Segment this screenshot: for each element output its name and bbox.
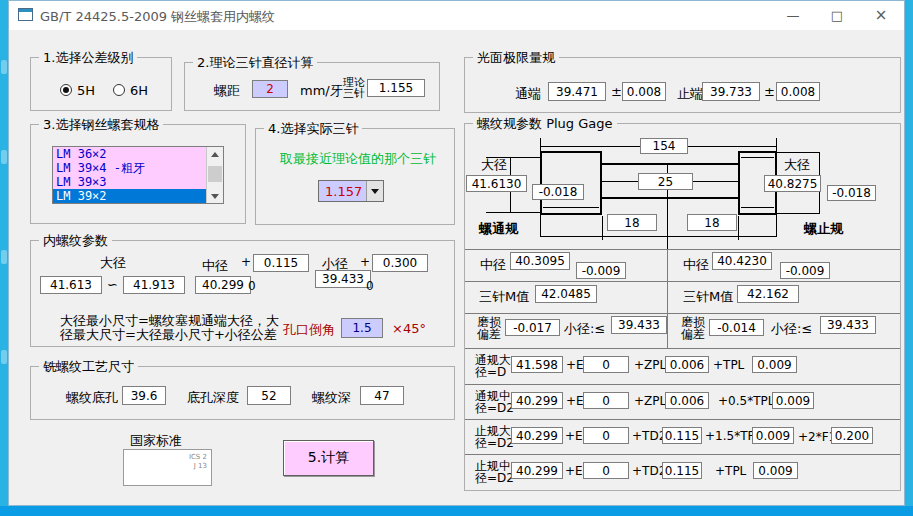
plus-minus-sign: ± — [611, 84, 622, 99]
bore-depth-field[interactable]: 52 — [247, 386, 291, 405]
minimize-icon: — — [787, 8, 800, 23]
listbox-scrollbar[interactable] — [206, 147, 223, 203]
nogo-m-field[interactable]: 42.162 — [737, 285, 799, 303]
nogo-mid-tol-field[interactable]: -0.009 — [780, 262, 830, 279]
row4-value-field[interactable]: 41.598 — [511, 356, 563, 373]
row5-tpl-field[interactable]: 0.009 — [772, 392, 814, 409]
list-item[interactable]: LM 39×4 -粗牙 — [53, 161, 223, 175]
radio-6h-label[interactable]: 6H — [130, 83, 148, 98]
bore-label: 螺纹底孔 — [66, 389, 118, 407]
bore-depth-label: 底孔深度 — [187, 389, 239, 407]
row7-value-field[interactable]: 40.299 — [511, 462, 563, 479]
tpl-label: +TPL — [713, 358, 744, 372]
row5-ei-field[interactable]: 0 — [583, 392, 629, 409]
dim-line — [602, 216, 603, 240]
radio-5h[interactable] — [60, 84, 72, 96]
go-end-label: 通端 — [515, 85, 541, 103]
actual-wire-hint: 取最接近理论值的那个三针 — [280, 150, 436, 168]
theory-wire-label-line2: 三针 — [343, 88, 365, 99]
thread-depth-field[interactable]: 47 — [360, 386, 404, 405]
nogo-wear-field[interactable]: -0.014 — [709, 319, 764, 336]
zpl-label: +ZPL — [634, 394, 666, 408]
row7-ei-field[interactable]: 0 — [583, 462, 629, 479]
row7-tpl-field[interactable]: 0.009 — [753, 462, 798, 479]
nogo-major-value-box: 40.8275 — [764, 175, 821, 192]
theory-wire-value-field[interactable]: 1.155 — [367, 79, 425, 97]
go-m-field[interactable]: 42.0485 — [535, 285, 597, 303]
nogo-minor-leq-label: 小径:≤ — [771, 320, 812, 338]
go-mid-tol-field[interactable]: -0.009 — [576, 262, 626, 279]
mid-tol-upper-field[interactable]: 0.115 — [253, 254, 309, 272]
go-mid-field[interactable]: 40.3095 — [510, 252, 570, 270]
row6-tpl-field[interactable]: 0.009 — [752, 427, 794, 444]
row4-ei-field[interactable]: 0 — [583, 356, 629, 373]
go-end-tol-field[interactable]: 0.008 — [622, 82, 666, 101]
row4-tpl-field[interactable]: 0.009 — [752, 356, 797, 373]
list-item[interactable]: LM 36×2 — [53, 147, 223, 161]
standard-doc-preview[interactable]: ICS 2 J 13 — [123, 449, 212, 486]
radio-6h[interactable] — [113, 84, 125, 96]
plus-sign: + — [360, 255, 370, 269]
table-line — [465, 419, 900, 420]
minor-value-field[interactable]: 39.433 — [315, 270, 371, 288]
minor-tol-lower: 0 — [366, 279, 374, 293]
row5-value-field[interactable]: 40.299 — [511, 392, 563, 409]
radio-5h-label[interactable]: 5H — [77, 83, 95, 98]
nogo-gage-groove-line — [741, 157, 774, 158]
nogo-minor-field[interactable]: 39.433 — [820, 316, 876, 334]
row4-zpl-field[interactable]: 0.006 — [665, 356, 709, 373]
chevron-up-icon — [211, 152, 219, 157]
row5-label-line2: 径=D2 — [475, 402, 514, 414]
spec-listbox[interactable]: LM 36×2 LM 39×4 -粗牙 LM 39×3 LM 39×2 — [52, 146, 224, 204]
group-insert-spec-title: 3.选择钢丝螺套规格 — [39, 116, 163, 134]
minimize-button[interactable]: — — [771, 0, 815, 30]
row6-td2-field[interactable]: 0.115 — [662, 427, 702, 444]
row6-value-field[interactable]: 40.299 — [511, 427, 563, 444]
go-thread-length-box: 18 — [607, 214, 657, 231]
nogo-m-label: 三针M值 — [683, 288, 733, 306]
combo-dropdown-button[interactable] — [366, 181, 383, 201]
dim-line — [777, 152, 820, 153]
stop-end-field[interactable]: 39.733 — [702, 82, 760, 101]
scroll-up-button[interactable] — [207, 147, 223, 161]
scrollbar-thumb[interactable] — [208, 166, 222, 182]
range-symbol: ∽ — [107, 277, 118, 292]
row6-label-line2: 径=D2 — [475, 437, 514, 449]
minor-tol-upper-field[interactable]: 0.300 — [372, 254, 428, 272]
actual-wire-combobox[interactable]: 1.157 — [318, 180, 384, 202]
go-end-field[interactable]: 39.471 — [548, 82, 606, 101]
taskbar-edge — [0, 506, 913, 516]
dim-line — [486, 212, 540, 213]
group-plain-limit-gauge-title: 光面极限量规 — [473, 49, 559, 67]
scroll-down-button[interactable] — [207, 189, 223, 203]
go-wear-field[interactable]: -0.017 — [505, 319, 560, 336]
dim-line — [738, 216, 739, 240]
row6-f1-field[interactable]: 0.200 — [831, 427, 873, 444]
row6-ei-field[interactable]: 0 — [583, 427, 629, 444]
chamfer-angle: ×45° — [392, 321, 426, 336]
list-item-selected[interactable]: LM 39×2 — [53, 189, 209, 203]
major-max-field[interactable]: 41.913 — [123, 276, 185, 294]
pitch-input[interactable]: 2 — [252, 80, 288, 98]
app-icon — [18, 8, 33, 21]
maximize-button[interactable]: □ — [815, 0, 859, 30]
nogo-mid-field[interactable]: 40.4230 — [712, 252, 772, 270]
stop-end-label: 止端 — [677, 85, 703, 103]
row5-zpl-field[interactable]: 0.006 — [665, 392, 709, 409]
mid-value-field[interactable]: 40.299 — [195, 276, 251, 294]
close-button[interactable]: × — [859, 0, 903, 30]
major-min-field[interactable]: 41.613 — [40, 276, 102, 294]
list-item[interactable]: LM 39×3 — [53, 175, 223, 189]
row7-td2-field[interactable]: 0.115 — [662, 462, 702, 479]
table-line — [465, 454, 900, 455]
go-minor-field[interactable]: 39.433 — [611, 316, 667, 334]
stop-end-tol-field[interactable]: 0.008 — [776, 82, 820, 101]
table-line — [465, 249, 900, 250]
chamfer-input[interactable]: 1.5 — [341, 318, 383, 338]
group-milling-title: 铣螺纹工艺尺寸 — [39, 358, 138, 376]
bore-field[interactable]: 39.6 — [122, 386, 166, 405]
shaft-bottom-line — [602, 197, 738, 199]
maximize-icon: □ — [831, 8, 843, 23]
calculate-button[interactable]: 5.计算 — [283, 440, 374, 476]
go-mid-label: 中径 — [480, 256, 506, 274]
